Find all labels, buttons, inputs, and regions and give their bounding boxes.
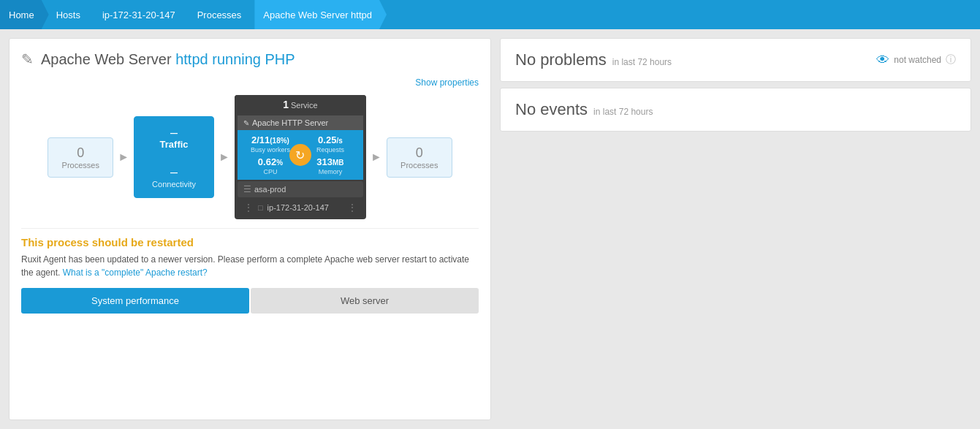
traffic-dash1: – bbox=[142, 126, 206, 139]
traffic-dash2: – bbox=[142, 164, 206, 180]
service-title-bar: ✎ Apache HTTP Server bbox=[238, 115, 363, 130]
nav-apache-label: Apache Web Server httpd bbox=[263, 10, 372, 20]
main-layout: ✎ Apache Web Server httpd running PHP Sh… bbox=[0, 29, 980, 429]
left-processes-count: 0 bbox=[58, 145, 102, 161]
connectivity-label: Connectivity bbox=[142, 180, 206, 189]
service-container: 1 Service ✎ Apache HTTP Server 2/11(18%)… bbox=[235, 95, 366, 219]
nav-home-label: Home bbox=[9, 10, 34, 20]
memory-label: Memory bbox=[302, 168, 359, 175]
arrow-2: ► bbox=[219, 151, 230, 164]
dots-right: ⋮ bbox=[347, 202, 357, 213]
show-properties-link[interactable]: Show properties bbox=[415, 77, 479, 88]
nav-hosts-label: Hosts bbox=[56, 10, 80, 20]
page-title-prefix: Apache Web Server bbox=[41, 51, 172, 67]
arrow-3: ► bbox=[371, 151, 382, 164]
watch-section: 👁 not watched ⓘ bbox=[876, 53, 956, 68]
events-timeframe: in last 72 hours bbox=[593, 107, 653, 117]
busy-workers-value: 2/11(18%) bbox=[242, 134, 299, 145]
traffic-label: Traffic bbox=[142, 139, 206, 150]
warning-text: Ruxit Agent has been updated to a newer … bbox=[21, 253, 479, 279]
traffic-box: – Traffic – Connectivity bbox=[134, 116, 214, 198]
nav-processes[interactable]: Processes bbox=[189, 0, 257, 29]
host-icon: □ bbox=[258, 203, 263, 212]
no-problems-heading: No problems bbox=[515, 50, 607, 69]
info-icon[interactable]: ⓘ bbox=[946, 53, 956, 67]
service-inner: ✎ Apache HTTP Server 2/11(18%) Busy work… bbox=[238, 115, 363, 180]
nav-home[interactable]: Home bbox=[0, 0, 49, 29]
service-metrics: 2/11(18%) Busy workers 0.25/s Requests ↻ bbox=[238, 130, 363, 180]
nav-apache[interactable]: Apache Web Server httpd bbox=[254, 0, 387, 29]
no-events-card: No events in last 72 hours bbox=[500, 88, 971, 132]
flow-diagram: 0 Processes ► – Traffic – Connectivity ►… bbox=[21, 95, 479, 219]
host-bar: ⋮ □ ip-172-31-20-147 ⋮ bbox=[238, 199, 363, 216]
host-bar-label: ip-172-31-20-147 bbox=[267, 203, 329, 212]
left-processes-box: 0 Processes bbox=[48, 137, 113, 178]
no-events-row: No events in last 72 hours bbox=[515, 100, 956, 119]
service-header: 1 Service bbox=[235, 95, 366, 114]
arrow-1: ► bbox=[118, 151, 129, 164]
nav-ip[interactable]: ip-172-31-20-147 bbox=[94, 0, 190, 29]
right-processes-count: 0 bbox=[398, 145, 441, 161]
eye-icon[interactable]: 👁 bbox=[876, 53, 889, 68]
right-panel: No problems in last 72 hours 👁 not watch… bbox=[500, 38, 971, 420]
service-count-label: Service bbox=[291, 101, 318, 110]
no-problems-left: No problems in last 72 hours bbox=[515, 50, 672, 69]
asa-prod-label: asa-prod bbox=[254, 185, 286, 194]
problems-timeframe: in last 72 hours bbox=[612, 57, 672, 67]
nav-hosts[interactable]: Hosts bbox=[48, 0, 95, 29]
left-panel: ✎ Apache Web Server httpd running PHP Sh… bbox=[9, 38, 491, 420]
bottom-tabs: System performance Web server bbox=[21, 288, 479, 314]
service-count: 1 bbox=[283, 99, 289, 110]
right-processes-label: Processes bbox=[398, 161, 441, 170]
nav-ip-label: ip-172-31-20-147 bbox=[102, 10, 175, 20]
nav-processes-label: Processes bbox=[197, 10, 242, 20]
breadcrumb-nav: Home Hosts ip-172-31-20-147 Processes Ap… bbox=[0, 0, 980, 29]
warning-link[interactable]: What is a "complete" Apache restart? bbox=[63, 267, 208, 278]
show-properties-row: Show properties bbox=[21, 77, 479, 88]
left-processes-label: Processes bbox=[58, 161, 102, 170]
page-title-accent: httpd running PHP bbox=[172, 51, 295, 67]
page-title-icon: ✎ bbox=[21, 50, 34, 68]
refresh-icon[interactable]: ↻ bbox=[289, 144, 311, 166]
no-problems-card: No problems in last 72 hours 👁 not watch… bbox=[500, 38, 971, 82]
warning-section: This process should be restarted Ruxit A… bbox=[21, 228, 479, 279]
requests-value: 0.25/s bbox=[302, 134, 359, 145]
server-icon: ☰ bbox=[243, 184, 251, 194]
warning-title: This process should be restarted bbox=[21, 236, 479, 248]
no-events-heading: No events bbox=[515, 100, 588, 119]
tab-system-performance[interactable]: System performance bbox=[21, 288, 249, 314]
traffic-sublabel bbox=[142, 156, 206, 164]
no-problems-row: No problems in last 72 hours 👁 not watch… bbox=[515, 50, 956, 69]
page-title: Apache Web Server httpd running PHP bbox=[41, 51, 295, 68]
dots-left: ⋮ bbox=[243, 202, 254, 213]
right-processes-box: 0 Processes bbox=[387, 137, 452, 178]
pen-icon: ✎ bbox=[243, 119, 249, 127]
page-title-row: ✎ Apache Web Server httpd running PHP bbox=[21, 50, 479, 68]
service-title: Apache HTTP Server bbox=[252, 118, 328, 127]
tab-web-server[interactable]: Web server bbox=[251, 288, 479, 314]
not-watched-label: not watched bbox=[894, 55, 941, 65]
asa-prod-bar: ☰ asa-prod bbox=[238, 181, 363, 197]
cpu-label: CPU bbox=[242, 168, 299, 175]
